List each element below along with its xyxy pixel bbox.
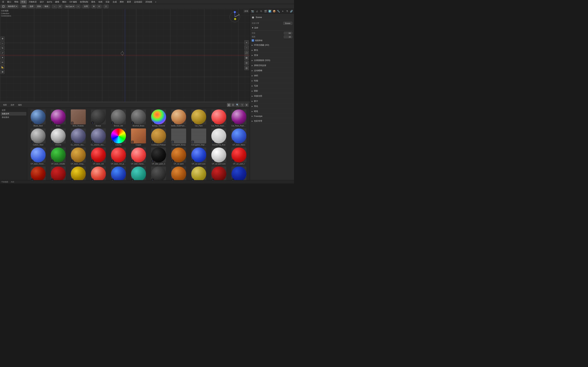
cam-selector[interactable]: No Cam ▾ <box>64 5 75 8</box>
asset-item[interactable]: ●CP_basic_orange_... <box>69 147 88 165</box>
asset-item[interactable]: ●Chrome <box>49 128 68 146</box>
viewport-display[interactable]: ⊞ <box>244 56 249 60</box>
asset-item[interactable]: ●Brass <box>49 109 68 127</box>
object-menu[interactable]: 物体 <box>43 5 50 8</box>
add-menu[interactable]: 添加 <box>35 5 42 8</box>
asset-item[interactable]: ●Colorful <box>109 128 128 146</box>
ab-filter-btn[interactable]: ▽ <box>240 103 244 107</box>
menu-help[interactable]: 帮助 <box>13 0 20 4</box>
asset-item[interactable]: ●Brushed_Brass <box>129 109 148 127</box>
ab-tab-view[interactable]: 视图 <box>1 103 9 107</box>
asset-item[interactable]: ●CP_bike_paint_G <box>149 147 168 165</box>
view-menu[interactable]: 视图 <box>21 5 27 8</box>
rp-section-header-8[interactable]: ▶毛发 <box>251 84 293 88</box>
move-tool[interactable]: ↔ <box>0 41 5 45</box>
measure-tool[interactable]: 📐 <box>0 65 5 69</box>
menu-script[interactable]: 脚本 <box>118 0 125 4</box>
viewport-camera[interactable]: 🎥 <box>244 50 249 55</box>
menu-motion-track[interactable]: 运动追踪 <box>133 0 144 4</box>
viewport-xray[interactable]: ◎ <box>244 66 249 70</box>
asset-item[interactable]: ●CL_volume_clouds... <box>89 128 108 146</box>
rp-tab-render[interactable]: 📷 <box>251 9 255 13</box>
rp-render-value[interactable]: 64 <box>284 32 292 34</box>
viewport-zoom-in[interactable]: + <box>244 40 249 45</box>
rp-tab-view-layer[interactable]: ⧉ <box>259 9 263 13</box>
asset-item[interactable]: ●CounterTop_Ame <box>209 128 228 146</box>
asset-item[interactable]: ●CP_basic_fresnel_... <box>29 147 48 165</box>
rp-section-header-9[interactable]: ▶阴影 <box>251 89 293 93</box>
menu-composite[interactable]: 合成 <box>111 0 118 4</box>
snapping-menu[interactable]: ⊞ <box>92 5 96 8</box>
rp-tab-modifier[interactable]: 🔧 <box>277 9 280 13</box>
menu-mask[interactable]: 遮罩 <box>126 0 132 4</box>
view-all-btn[interactable]: 全周 <box>83 5 89 8</box>
menu-window[interactable]: 窗口 <box>6 0 13 4</box>
rotate-tool[interactable]: ↻ <box>0 46 5 50</box>
ab-list-view-btn[interactable]: ☰ <box>231 103 235 107</box>
transform-tool[interactable]: ✦ <box>0 56 5 60</box>
rp-section-header-10[interactable]: ▶间接光照 <box>251 94 293 98</box>
add-cam-btn[interactable]: + <box>76 5 80 8</box>
ab-tab-edit[interactable]: 编辑 <box>16 103 24 107</box>
rp-render-engine-dropdown[interactable]: Eevee <box>283 22 292 25</box>
asset-item[interactable]: ●Corrugated_Bump <box>169 128 188 146</box>
rp-section-header-5[interactable]: ▶运动模糊 <box>251 68 293 73</box>
rp-tab-constraints[interactable]: 🔗 <box>289 9 293 13</box>
annotate-tool[interactable]: ✏ <box>0 60 5 64</box>
menu-add-workspace[interactable]: + <box>154 0 158 4</box>
cursor-tool[interactable]: ⊕ <box>0 36 5 41</box>
menu-texture[interactable]: 纹理绘制 <box>79 0 89 4</box>
menu-render-tab[interactable]: 渲染 <box>104 0 111 4</box>
rp-section-header-12[interactable]: ▶简化 <box>251 104 293 108</box>
rp-section-header-6[interactable]: ▶体积 <box>251 74 293 78</box>
asset-item[interactable]: ●CP_basic_red_glos... <box>109 147 128 165</box>
rp-section-header-15[interactable]: ▶色彩管理 <box>251 119 293 123</box>
menu-everything[interactable]: 万物有灵 <box>27 0 38 4</box>
rp-section-header-3[interactable]: ▶次表面散射 (SSS) <box>251 58 293 63</box>
rp-section-header-14[interactable]: ▶Freestyle <box>251 114 293 118</box>
layer-btn[interactable]: 八 <box>104 5 109 8</box>
menu-sculpt[interactable]: 雕刻 <box>61 0 68 4</box>
ab-grid-view-btn[interactable]: ⊞ <box>227 103 231 107</box>
rp-section-header-11[interactable]: ▶胶片 <box>251 99 293 103</box>
asset-item[interactable]: ●CP_car paint <box>169 147 188 165</box>
ab-source-current[interactable]: 当前文件 <box>1 112 26 116</box>
asset-item[interactable]: ●Bumpy_Textured <box>149 109 168 127</box>
select-menu[interactable]: 选择 <box>28 5 35 8</box>
scale-tool[interactable]: ⤢ <box>0 51 5 55</box>
menu-bats[interactable]: BATS <box>46 0 53 4</box>
asset-item[interactable]: ●Bronze_Old <box>109 109 128 127</box>
asset-item[interactable]: ●Carbon_Steel <box>29 128 48 146</box>
asset-item[interactable]: ●Car_Paint <box>189 109 208 127</box>
rp-tab-output[interactable]: 🖨 <box>255 9 259 13</box>
rp-section-header-2[interactable]: ▶景深 <box>251 53 293 58</box>
asset-item[interactable]: ●CP_bdsf_mackano... <box>129 147 148 165</box>
asset-item[interactable]: ●CP_car_paint_f <box>229 147 248 165</box>
mode-selector[interactable]: 物体模式 ▾ <box>7 5 18 8</box>
menu-chinese[interactable]: 中文 <box>20 0 27 4</box>
menu-model[interactable]: 建模 <box>54 0 61 4</box>
asset-item[interactable]: ●CP_car paint avec <box>189 147 208 165</box>
ab-source-essentials[interactable]: 基础素材 <box>1 116 26 119</box>
rp-tab-physics[interactable]: ⚗ <box>285 9 289 13</box>
menu-design[interactable]: 设计 <box>38 0 45 4</box>
3d-viewport[interactable]: 交前视图 Collection Centimeters 选项 Y <box>0 9 250 102</box>
rp-tab-particles[interactable]: ✦ <box>281 9 285 13</box>
asset-item[interactable]: ●Brick_Realistic <box>69 109 88 127</box>
menu-render[interactable]: 渲 <box>1 0 5 4</box>
asset-item[interactable]: ●CP_car paint avec <box>209 147 228 165</box>
menu-2d-anim[interactable]: 2D动画 <box>144 0 153 4</box>
asset-item[interactable]: ●Car_Paint_Pearles... <box>229 109 248 127</box>
rp-section-header-13[interactable]: ▶蜡笔 <box>251 109 293 114</box>
rp-section-header-4[interactable]: ▶屏幕空间反射 <box>251 63 293 68</box>
asset-item[interactable]: ●Corkboard-Pinboar <box>149 128 168 146</box>
asset-item[interactable]: ●CP_basic_metallic <box>49 147 68 165</box>
viewport-zoom-out[interactable]: - <box>244 45 249 50</box>
menu-uv[interactable]: UV 编辑 <box>68 0 78 4</box>
rp-tab-object[interactable]: 📦 <box>272 9 276 13</box>
asset-item[interactable]: ●Copper <box>129 128 148 146</box>
asset-item[interactable]: ●CP_basic_flakes <box>229 128 248 146</box>
asset-item[interactable]: ●Bronze <box>89 109 108 127</box>
rp-denoising-checkbox[interactable]: ✓ <box>252 39 254 42</box>
rp-tab-world[interactable]: 🌍 <box>268 9 272 13</box>
